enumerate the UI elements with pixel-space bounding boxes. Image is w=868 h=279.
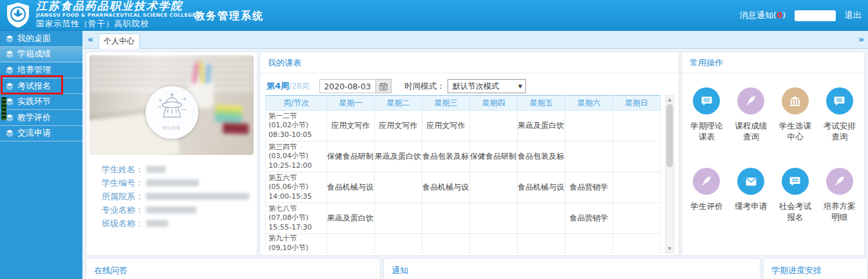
timetable-cell: 果蔬及蛋白饮..: [327, 203, 375, 234]
timetable-row: 第三四节(03,04小节)10:25-12:00 保健食品研制.. 果蔬及蛋白饮…: [266, 141, 661, 172]
timetable-cell: [518, 234, 565, 254]
tab-scroll-right-icon[interactable]: »: [858, 34, 864, 44]
envelope-icon: [744, 175, 758, 188]
sidebar-nav: 我的桌面 学籍成绩 培养管理 考试报名 实践环节 教学评价 交流申请: [0, 31, 82, 279]
timetable-header-row: 周/节次 星期一 星期二 星期三 星期四 星期五 星期六 星期日: [266, 96, 661, 111]
timetable-cell: [375, 234, 422, 254]
semester-progress-title: 学期进度安排: [764, 258, 867, 279]
col-header: 星期三: [422, 96, 470, 111]
timetable-cell: 食品机械与设..: [422, 172, 470, 203]
period-cell: 第七八节(07,08小节)15:55-17:30: [266, 203, 327, 234]
col-header: 星期四: [470, 96, 518, 111]
screenshot-artifact: [1, 97, 6, 120]
ufo-avatar-icon: [155, 93, 189, 123]
username-redacted: [795, 10, 836, 21]
redacted-value: [146, 206, 196, 213]
college-name-block: 江苏食品药品职业技术学院 JIANGSU FOOD & PHARMACEUTIC…: [36, 1, 196, 28]
timetable-cell: 食品机械与设..: [518, 172, 565, 203]
collapse-sidebar-icon[interactable]: «: [88, 34, 93, 44]
scroll-down-icon[interactable]: ▼: [666, 246, 674, 251]
message-notification-link[interactable]: 消息通知(0): [740, 10, 786, 21]
timetable-cell: [565, 141, 613, 172]
pen-icon: [744, 94, 757, 107]
timetable-cell: [422, 203, 470, 234]
timetable-row: 第九十节(09,10小节)18:40-20:20: [266, 234, 661, 254]
layers-icon: [6, 129, 14, 137]
timetable-cell: 果蔬及蛋白饮..: [375, 141, 422, 172]
sidebar-item-evaluation[interactable]: 教学评价: [0, 110, 82, 126]
redacted-value: [146, 166, 165, 173]
tab-personal-center[interactable]: 个人中心: [99, 33, 140, 49]
timetable-cell: [470, 234, 518, 254]
time-mode-select[interactable]: 默认节次模式 ▼: [448, 79, 526, 93]
qa-exam-schedule[interactable]: 考试安排查询: [819, 87, 860, 142]
qa-training-plan[interactable]: 培养方案明细: [819, 168, 860, 222]
college-subtitle: 国家示范性（骨干）高职院校: [36, 20, 196, 28]
timetable-cell: 食品包装及标..: [422, 141, 470, 172]
student-info-list: 学生姓名： 学生编号： 所属院系： 专业名称： 班级名称：: [102, 163, 249, 230]
logout-button[interactable]: 退出: [845, 10, 862, 21]
notice-panel: 通知: [383, 258, 760, 279]
redacted-value: [146, 179, 199, 186]
timetable-cell: [613, 234, 661, 254]
timetable-controls: 第4周/28周 时间模式： 默认节次模式 ▼: [260, 73, 679, 98]
timetable-cell: [613, 172, 661, 203]
qa-course-grades[interactable]: 课程成绩查询: [730, 87, 771, 142]
timetable-cell: [565, 234, 613, 254]
tab-bar: « 个人中心 »: [82, 31, 868, 49]
qa-course-selection[interactable]: 学生选课中心: [775, 87, 816, 142]
timetable-cell: [422, 234, 470, 254]
date-input[interactable]: [319, 79, 376, 93]
student-name-row: 学生姓名：: [102, 163, 249, 176]
bank-icon: [788, 94, 802, 108]
chat-icon: [700, 94, 713, 108]
sidebar-item-desktop[interactable]: 我的桌面: [0, 31, 82, 47]
timetable-cell: 食品机械与设..: [327, 172, 375, 203]
timetable-row: 第七八节(07,08小节)15:55-17:30 果蔬及蛋白饮.. 食品营销学: [266, 203, 661, 234]
online-qa-title: 在线问答: [86, 258, 380, 279]
timetable-grid: 周/节次 星期一 星期二 星期三 星期四 星期五 星期六 星期日 第一二节(01…: [265, 95, 661, 253]
layers-icon: [6, 35, 14, 42]
qa-semester-timetable[interactable]: 学期理论课表: [686, 87, 727, 142]
timetable-cell: [375, 172, 422, 203]
notice-title: 通知: [384, 258, 760, 279]
profile-cover-photo: 默认头像: [90, 55, 254, 155]
col-header: 星期六: [565, 96, 613, 111]
total-weeks-label: /28周: [289, 82, 309, 91]
qa-student-evaluation[interactable]: 学生评价: [686, 168, 727, 222]
timetable-cell: [613, 111, 661, 141]
calendar-button[interactable]: [376, 79, 392, 93]
period-cell: 第九十节(09,10小节)18:40-20:20: [266, 234, 327, 254]
period-cell: 第五六节(05,06小节)14:00-15:35: [266, 172, 327, 203]
timetable-row: 第一二节(01,02小节)08:30-10:05 应用文写作 应用文写作 应用文…: [266, 111, 661, 141]
scroll-up-icon[interactable]: ▲: [666, 97, 674, 102]
semester-progress-panel: 学期进度安排: [763, 258, 868, 279]
sidebar-item-practice[interactable]: 实践环节: [0, 94, 82, 110]
timetable-cell: [327, 234, 375, 254]
college-name-en: JIANGSU FOOD & PHARMACEUTICAL SCIENCE CO…: [36, 13, 196, 18]
timetable-cell: 食品营销学: [565, 172, 613, 203]
sidebar-item-grades[interactable]: 学籍成绩: [0, 47, 82, 63]
scrollbar-thumb[interactable]: [666, 104, 673, 167]
department-row: 所属院系：: [102, 190, 249, 203]
timetable-cell: [470, 172, 518, 203]
system-title: 教务管理系统: [194, 10, 264, 23]
timetable-cell: [470, 203, 518, 234]
timetable-cell: [613, 203, 661, 234]
calendar-icon: [379, 82, 388, 91]
timetable-cell: 食品包装及标..: [518, 141, 565, 172]
class-row: 班级名称：: [102, 217, 249, 230]
avatar-caption: 默认头像: [146, 125, 198, 131]
qa-social-exam[interactable]: 社会考试报名: [775, 168, 816, 222]
timetable-cell: [518, 203, 565, 234]
sidebar-item-exchange[interactable]: 交流申请: [0, 126, 82, 142]
timetable-scrollbar[interactable]: ▲ ▼: [665, 95, 674, 253]
redacted-value: [146, 193, 249, 200]
chevron-down-icon: ▼: [518, 84, 522, 89]
timetable-cell: [565, 111, 613, 141]
message-count-badge: 0: [777, 10, 782, 20]
qa-deferred-exam[interactable]: 缓考申请: [730, 168, 771, 222]
timetable-cell: [613, 141, 661, 172]
layers-icon: [6, 66, 14, 74]
pen-icon: [833, 175, 846, 188]
